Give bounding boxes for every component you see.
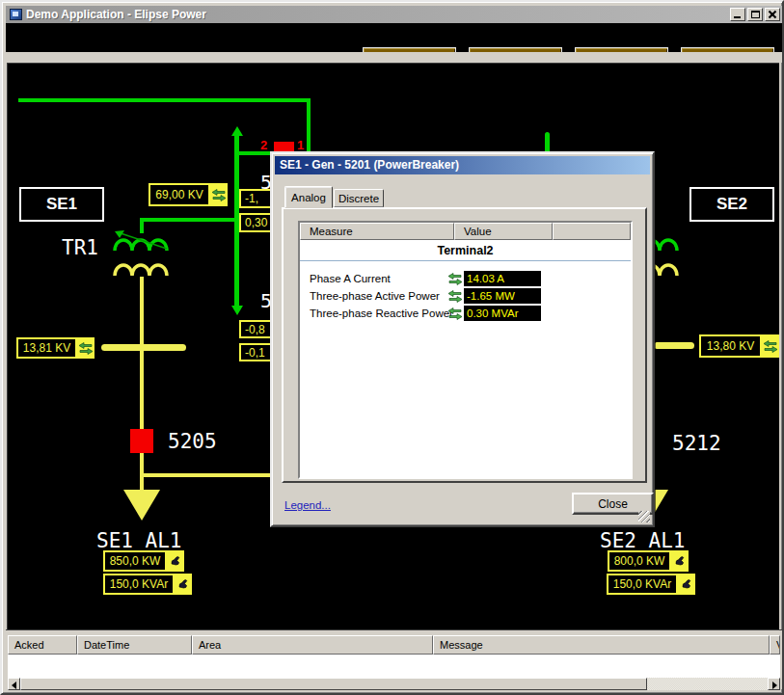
load-arrow-se1: [123, 490, 160, 521]
hand-marker-icon: [167, 550, 184, 572]
lv-voltage-value: 13,81 KV: [16, 337, 77, 359]
alarm-column-area[interactable]: Area: [192, 635, 433, 655]
maximize-button[interactable]: [747, 8, 763, 21]
feeder-se2-al1-label: SE2_AL1: [600, 529, 686, 552]
comm-arrows-icon: [446, 290, 464, 303]
hand-marker-icon: [175, 574, 192, 595]
minimize-button[interactable]: [730, 8, 745, 21]
alarm-list-body[interactable]: [8, 655, 780, 678]
table-row: Phase A Current 14.03 A: [300, 270, 631, 287]
measurement-reactive-power-se2[interactable]: 150,0 KVAr: [607, 574, 695, 595]
breaker-5212-label: 5212: [672, 432, 721, 455]
separator-strip: [6, 52, 782, 63]
feeder-se1-al1-label: SE1_AL1: [96, 529, 182, 552]
alarm-column-datetime[interactable]: DateTime: [77, 635, 192, 655]
scroll-right-button[interactable]: [768, 678, 780, 690]
breaker-5201-terminal-1: 1: [297, 138, 304, 152]
powerbreaker-dialog: SE1 - Gen - 5201 (PowerBreaker) Analog D…: [270, 151, 655, 527]
table-row: Three-phase Active Power -1.65 MW: [300, 287, 631, 305]
comm-arrows-icon: [446, 307, 464, 320]
measure-value: 0.30 MVAr: [464, 306, 541, 321]
minimize-icon: [734, 16, 741, 18]
scroll-left-icon: [12, 682, 16, 689]
active-power-value: 800,0 KW: [608, 550, 671, 572]
alarm-column-value[interactable]: V: [770, 635, 780, 655]
maximize-icon: [751, 11, 760, 18]
hand-marker-icon: [678, 574, 695, 595]
dialog-titlebar[interactable]: SE1 - Gen - 5201 (PowerBreaker): [275, 156, 650, 174]
scroll-right-icon: [772, 682, 777, 689]
scroll-left-button[interactable]: [8, 678, 20, 690]
reactive-power-value: 150,0 KVAr: [103, 574, 175, 595]
measure-value: 14.03 A: [464, 271, 541, 286]
lv-busbar-se2[interactable]: [654, 342, 694, 349]
application-window: Demo Application - Elipse Power System S…: [0, 0, 784, 695]
transformer-tr1-secondary-coil[interactable]: [111, 253, 173, 278]
transformer-hv-tap-line: [140, 218, 238, 222]
transformer-tr1-primary-coil[interactable]: [111, 227, 173, 253]
station-box-se1[interactable]: SE1: [19, 187, 104, 222]
comm-arrows-icon: [210, 183, 228, 206]
comm-arrows-icon: [446, 273, 464, 285]
alarm-column-acked[interactable]: Acked: [8, 635, 77, 655]
group-header-terminal2: Terminal2: [300, 240, 631, 261]
tab-discrete[interactable]: Discrete: [334, 189, 384, 207]
breaker-5205[interactable]: [130, 429, 153, 453]
alarm-column-message[interactable]: Message: [433, 635, 770, 655]
close-icon: [768, 10, 777, 19]
measurement-lv-voltage-se1[interactable]: 13,81 KV: [16, 337, 95, 359]
column-header-empty[interactable]: [553, 223, 631, 240]
window-titlebar[interactable]: Demo Application - Elipse Power: [6, 6, 782, 23]
comm-arrows-icon: [77, 337, 95, 359]
resize-grip[interactable]: [638, 511, 650, 522]
measure-name: Three-phase Active Power: [300, 290, 446, 302]
reactive-power-value: 150,0 KVAr: [607, 574, 678, 595]
hv-voltage-value: 69,00 KV: [149, 183, 210, 206]
measures-grid: Measure Value Terminal2 Phase A Current …: [298, 221, 633, 479]
nav-band: System System SE 1 SE 2 Distribution: [6, 23, 782, 52]
close-button[interactable]: [765, 8, 780, 21]
lv-busbar-se1[interactable]: [101, 344, 186, 351]
transformer-tr1-label: TR1: [62, 236, 98, 259]
measurement-active-power-se1[interactable]: 850,0 KW: [103, 550, 184, 572]
column-header-measure[interactable]: Measure: [300, 223, 454, 240]
breaker-5201-terminal-2: 2: [260, 138, 267, 152]
hv-line-drop: [307, 98, 311, 153]
comm-arrows-icon: [762, 334, 779, 358]
measurement-lv-voltage-se2[interactable]: 13,80 KV: [699, 334, 779, 358]
measurement-reactive-power-se1[interactable]: 150,0 KVAr: [103, 574, 192, 595]
hv-line-top: [18, 98, 311, 102]
column-header-value[interactable]: Value: [454, 223, 553, 240]
alarm-header-row: Acked DateTime Area Message V: [8, 635, 780, 655]
measure-value: -1.65 MW: [464, 288, 541, 304]
app-icon: [10, 9, 22, 20]
tab-analog[interactable]: Analog: [284, 186, 333, 208]
breaker-5205-label: 5205: [168, 430, 217, 453]
measure-name: Three-phase Reactive Power: [300, 307, 446, 319]
window-title: Demo Application - Elipse Power: [26, 8, 206, 21]
hand-marker-icon: [671, 550, 689, 572]
scrollbar-thumb[interactable]: [20, 678, 647, 690]
lv-feeder-line-se1: [140, 277, 144, 490]
measure-name: Phase A Current: [300, 273, 446, 284]
active-power-value: 850,0 KW: [103, 550, 167, 572]
lv-voltage-value: 13,80 KV: [699, 334, 762, 358]
measurement-active-power-se2[interactable]: 800,0 KW: [608, 550, 689, 572]
lv-branch-line-se1: [142, 473, 277, 477]
hv-busbar-se2-stub[interactable]: [545, 132, 550, 151]
alarm-horizontal-scrollbar[interactable]: [8, 678, 780, 690]
measurement-hv-voltage-se1[interactable]: 69,00 KV: [149, 183, 228, 206]
busbar-arrow-down-icon: [231, 306, 243, 315]
table-row: Three-phase Reactive Power 0.30 MVAr: [300, 305, 631, 322]
station-box-se2[interactable]: SE2: [689, 187, 774, 222]
alarm-panel: Acked DateTime Area Message V: [6, 629, 782, 689]
tab-panel: Measure Value Terminal2 Phase A Current …: [282, 207, 647, 483]
legend-link[interactable]: Legend...: [284, 499, 331, 511]
busbar-arrow-up-icon: [231, 126, 243, 136]
